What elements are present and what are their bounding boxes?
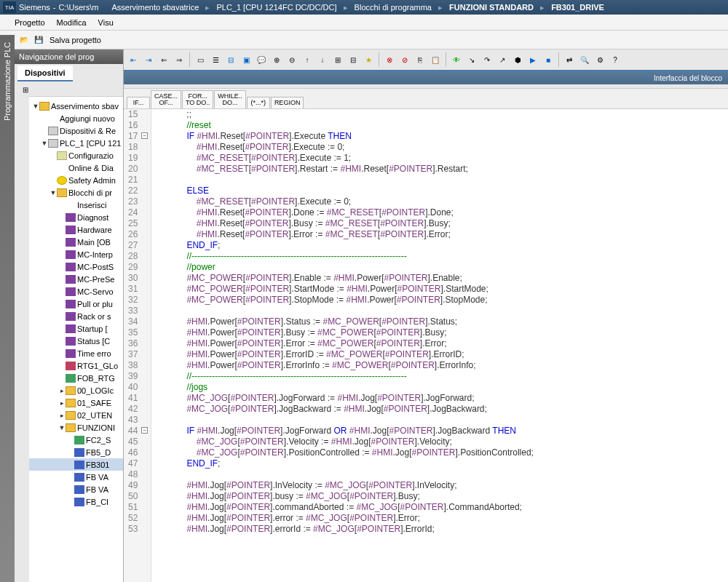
open-project-icon[interactable]: 📂: [17, 33, 31, 47]
breadcrumb-item[interactable]: FB301_DRIVE: [547, 3, 609, 12]
go-start-icon[interactable]: ⇤: [127, 53, 140, 66]
breadcrumb[interactable]: Asservimento sbavatrice ▸ PLC_1 [CPU 121…: [107, 3, 608, 12]
save-icon[interactable]: 💾: [32, 33, 45, 47]
comment-icon[interactable]: 💬: [255, 53, 268, 66]
tree-twisty-icon[interactable]: ▸: [58, 412, 66, 419]
tree-view-icon[interactable]: ⊞: [19, 83, 32, 96]
tree-twisty-icon[interactable]: ▼: [58, 424, 66, 431]
tree-twisty-icon[interactable]: ▼: [32, 103, 39, 110]
tree-item[interactable]: Online & Dia: [29, 162, 123, 174]
indent-right-icon[interactable]: ⇒: [173, 53, 186, 66]
scl-tab[interactable]: IF...: [127, 97, 150, 108]
tree-item[interactable]: MC-Interp: [29, 248, 123, 260]
tree-item[interactable]: MC-PostS: [29, 260, 123, 273]
block-icon[interactable]: ▣: [240, 53, 253, 66]
tree-item[interactable]: FB VA: [29, 483, 123, 495]
tree-item[interactable]: MC-PreSe: [29, 273, 123, 285]
tree-item[interactable]: RTG1_GLo: [29, 359, 123, 372]
down-icon[interactable]: ↓: [316, 53, 329, 66]
tree-twisty-icon[interactable]: ▸: [58, 399, 66, 407]
error-icon[interactable]: ⊗: [383, 53, 396, 66]
tree-item[interactable]: Pull or plu: [29, 298, 123, 310]
tree-item[interactable]: Inserisci: [29, 199, 123, 211]
insert-icon[interactable]: ⊕: [270, 53, 283, 66]
tree-item[interactable]: ▼PLC_1 [CPU 121: [29, 137, 123, 149]
tree-item[interactable]: Configurazio: [29, 149, 123, 162]
code-editor[interactable]: 151617−181920212223242526272829303132333…: [124, 109, 728, 582]
scl-tab[interactable]: FOR...TO DO..: [182, 90, 213, 108]
tree-item[interactable]: FB VA: [29, 471, 123, 483]
tree-twisty-icon[interactable]: ▸: [58, 387, 66, 394]
step-over-icon[interactable]: ↷: [480, 53, 494, 66]
expand-icon[interactable]: ⊞: [331, 53, 344, 66]
copy-icon[interactable]: ⎘: [414, 53, 427, 66]
tree-item[interactable]: FOB_RTG: [29, 372, 123, 384]
tree-item[interactable]: ▸00_LOGIc: [29, 384, 123, 396]
stop-icon[interactable]: ■: [542, 53, 555, 66]
network-icon[interactable]: ▭: [194, 53, 207, 66]
project-tree[interactable]: ▼Asservimento sbavAggiungi nuovoDisposit…: [29, 96, 123, 582]
tree-item[interactable]: ▸01_SAFE: [29, 396, 123, 409]
tree-item[interactable]: ▼FUNZIONI: [29, 421, 123, 434]
tree-item[interactable]: FB301: [29, 458, 123, 471]
run-icon[interactable]: ▶: [526, 53, 539, 66]
fold-icon[interactable]: −: [141, 132, 148, 139]
tree-twisty-icon[interactable]: ▼: [50, 189, 57, 196]
tree-item[interactable]: Diagnost: [29, 211, 123, 223]
step-in-icon[interactable]: ↘: [465, 53, 478, 66]
help-icon[interactable]: ?: [609, 53, 622, 66]
tree-item[interactable]: FB_CI: [29, 495, 123, 508]
save-project-label[interactable]: Salva progetto: [47, 36, 104, 44]
settings-icon[interactable]: ⚙: [593, 53, 606, 66]
search-icon[interactable]: 🔍: [578, 53, 591, 66]
tree-item[interactable]: Startup [: [29, 322, 123, 335]
up-icon[interactable]: ↑: [301, 53, 314, 66]
tree-item[interactable]: Time erro: [29, 347, 123, 359]
breakpoint-icon[interactable]: ⬢: [511, 53, 524, 66]
breadcrumb-item[interactable]: FUNZIONI STANDARD: [445, 3, 538, 12]
tree-item[interactable]: ▼Asservimento sbav: [29, 100, 123, 112]
remove-icon[interactable]: ⊖: [285, 53, 298, 66]
indent-left-icon[interactable]: ⇐: [157, 53, 170, 66]
list-icon[interactable]: ☰: [209, 53, 222, 66]
scl-tab[interactable]: WHILE..DO...: [214, 90, 246, 108]
warning-icon[interactable]: ⊘: [398, 53, 411, 66]
scl-snippet-tabs[interactable]: IF...CASE...OF...FOR...TO DO..WHILE..DO.…: [124, 89, 728, 109]
collapse-icon[interactable]: ⊟: [347, 53, 360, 66]
breadcrumb-item[interactable]: PLC_1 [CPU 1214FC DC/DC/DC]: [212, 3, 341, 12]
go-end-icon[interactable]: ⇥: [142, 53, 155, 66]
devices-tab[interactable]: Dispositivi: [17, 65, 73, 81]
menu-item[interactable]: Visu: [92, 18, 119, 27]
scl-tab[interactable]: (*...*): [247, 97, 270, 108]
code-area[interactable]: ;; //reset IF #HMI.Reset[#POINTER].Execu…: [151, 109, 728, 582]
menu-item[interactable]: Progetto: [9, 18, 51, 27]
branch-icon[interactable]: ⊟: [224, 53, 237, 66]
monitor-icon[interactable]: 👁: [450, 53, 463, 66]
paste-icon[interactable]: 📋: [429, 53, 442, 66]
tree-item[interactable]: FB5_D: [29, 446, 123, 458]
tree-item[interactable]: Status [C: [29, 335, 123, 347]
tree-item[interactable]: Safety Admin: [29, 174, 123, 186]
menu-items[interactable]: ProgettoModificaVisu: [3, 18, 125, 27]
tree-item[interactable]: Rack or s: [29, 310, 123, 322]
tree-item[interactable]: Hardware: [29, 223, 123, 236]
bookmark-icon[interactable]: ★: [362, 53, 375, 66]
block-interface-header[interactable]: Interfaccia del blocco: [124, 71, 728, 84]
scl-tab[interactable]: CASE...OF...: [151, 90, 181, 108]
fold-icon[interactable]: −: [141, 427, 148, 434]
tree-item[interactable]: Dispositivi & Re: [29, 124, 123, 137]
tree-item[interactable]: FC2_S: [29, 434, 123, 446]
breadcrumb-item[interactable]: Blocchi di programma: [350, 3, 436, 12]
scl-tab[interactable]: REGION: [271, 97, 304, 108]
sidebar-tab-plc[interactable]: Programmazione PLC: [0, 35, 15, 582]
step-out-icon[interactable]: ↗: [496, 53, 509, 66]
tree-item[interactable]: ▼Blocchi di pr: [29, 186, 123, 199]
menu-item[interactable]: Modifica: [51, 18, 92, 27]
tree-item[interactable]: Aggiungi nuovo: [29, 112, 123, 124]
tree-item[interactable]: Main [OB: [29, 236, 123, 248]
compare-icon[interactable]: ⇄: [563, 53, 576, 66]
tree-twisty-icon[interactable]: ▼: [41, 140, 48, 147]
tree-item[interactable]: ▸02_UTEN: [29, 409, 123, 421]
tree-item[interactable]: MC-Servo: [29, 285, 123, 298]
breadcrumb-item[interactable]: Asservimento sbavatrice: [107, 3, 203, 12]
